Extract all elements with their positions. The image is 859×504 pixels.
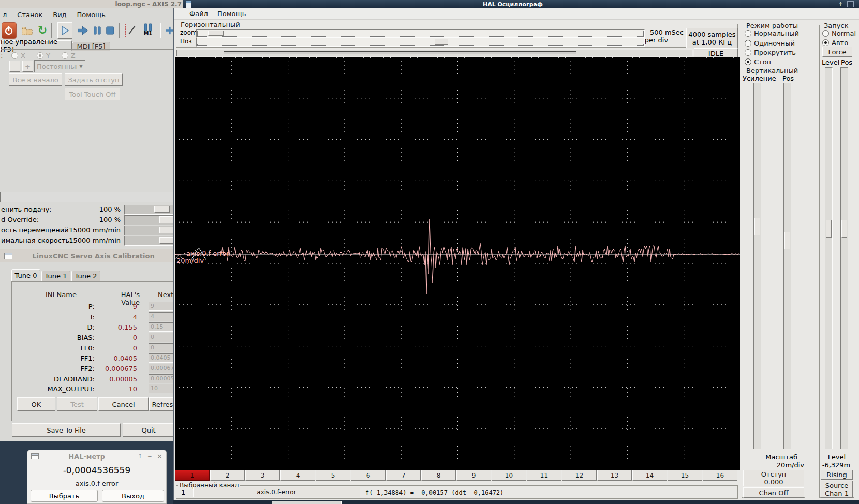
tab-tune-2[interactable]: Tune 2 (71, 271, 100, 281)
menu-item-л[interactable]: л (2, 10, 8, 20)
param-next-value-input[interactable]: 0 (149, 343, 174, 352)
channel-button-4[interactable]: 4 (280, 470, 315, 481)
channel-button-13[interactable]: 13 (597, 470, 632, 481)
run-icon[interactable] (57, 22, 72, 39)
open-file-icon[interactable] (21, 24, 34, 37)
reload-icon[interactable]: ↻ (38, 24, 47, 37)
axis-radio-Y[interactable]: Y (37, 52, 50, 60)
rollup-icon[interactable]: ↑ (834, 1, 847, 8)
tab-tune-1[interactable]: Tune 1 (41, 271, 70, 281)
step-icon[interactable] (77, 24, 88, 37)
zoom-slider-handle[interactable] (208, 31, 224, 36)
param-next-value-input[interactable]: 0 (149, 333, 174, 342)
stop-icon[interactable] (106, 25, 115, 36)
rising-button[interactable]: Rising (821, 470, 853, 480)
run-mode-Стоп[interactable]: Стоп (745, 58, 771, 66)
skip-line-icon[interactable] (125, 24, 137, 37)
vertical-pos-slider-handle[interactable] (784, 232, 790, 249)
channel-button-7[interactable]: 7 (386, 470, 421, 481)
window-icon[interactable] (31, 453, 39, 459)
trigger-mode-Авто[interactable]: Авто (822, 39, 848, 47)
window-icon[interactable] (186, 1, 191, 8)
trigger-level-slider-handle[interactable] (826, 220, 832, 238)
axis-titlebar[interactable]: loop.ngc - AXIS 2.7 (0, 0, 183, 8)
action-button-2[interactable]: Tool Touch Off (65, 88, 120, 100)
window-icon[interactable] (4, 253, 12, 259)
channel-button-11[interactable]: 11 (527, 470, 561, 481)
samples-button[interactable]: 4000 samples at 1,00 КГц (686, 28, 738, 48)
rollup-icon[interactable]: ↑ (135, 453, 145, 460)
channel-button-14[interactable]: 14 (632, 470, 667, 481)
axis-radio-X[interactable]: X (11, 52, 25, 60)
menu-item-Файл[interactable]: Файл (188, 9, 209, 19)
menu-item-Вид[interactable]: Вид (52, 10, 67, 20)
menu-item-Станок[interactable]: Станок (16, 10, 43, 20)
chan-off-button[interactable]: Chan Off (743, 487, 804, 498)
channel-button-10[interactable]: 10 (492, 470, 526, 481)
feed-slider-track[interactable] (124, 236, 174, 246)
trigger-pos-slider[interactable] (840, 67, 848, 449)
scope-screen[interactable]: axis.0.f-error 20m/div (175, 57, 740, 470)
channel-button-6[interactable]: 6 (351, 470, 386, 481)
pause-icon[interactable] (93, 25, 102, 36)
feed-slider-track[interactable] (124, 215, 174, 225)
channel-button-3[interactable]: 3 (245, 470, 280, 481)
gain-slider-handle[interactable] (754, 218, 760, 235)
channel-button-2[interactable]: 2 (210, 470, 245, 481)
power-icon[interactable] (2, 22, 17, 39)
jog-plus-button[interactable]: + (22, 61, 33, 72)
trigger-position-marker[interactable] (436, 46, 436, 57)
param-next-value-input[interactable]: 10 (149, 384, 174, 393)
jog-mode-dropdown[interactable]: Постоянный ▼ (34, 60, 85, 72)
vertical-pos-slider[interactable] (783, 83, 791, 449)
minimize-icon[interactable]: ‒ (145, 453, 154, 460)
calib-button-cancel[interactable]: Cancel (98, 397, 149, 411)
feed-slider-handle[interactable] (159, 227, 174, 233)
channel-button-16[interactable]: 16 (703, 470, 737, 481)
param-next-value-input[interactable]: 0.0405 (149, 353, 174, 363)
gain-slider[interactable] (753, 83, 761, 449)
close-icon[interactable]: ✕ (154, 453, 166, 461)
feed-slider-track[interactable] (124, 205, 174, 215)
halmeter-button-1[interactable]: Выход (102, 490, 164, 502)
channel-button-5[interactable]: 5 (316, 470, 350, 481)
channel-button-9[interactable]: 9 (456, 470, 491, 481)
pos-slider-track[interactable] (196, 38, 645, 47)
param-next-value-input[interactable]: 9 (149, 302, 174, 311)
run-mode-Прокрутить[interactable]: Прокрутить (745, 49, 796, 56)
panel-sash[interactable] (0, 192, 174, 202)
feed-slider-handle[interactable] (154, 206, 170, 213)
channel-button-8[interactable]: 8 (421, 470, 456, 481)
optional-stop-m1-icon[interactable]: M1 (141, 23, 155, 38)
feed-slider-handle[interactable] (159, 216, 174, 223)
trigger-mode-Normal[interactable]: Normal (822, 29, 856, 37)
halmeter-button-0[interactable]: Выбрать (31, 490, 98, 502)
calibration-titlebar[interactable]: LinuxCNC Servo Axis Calibration (0, 249, 174, 262)
selected-signal-button[interactable]: axis.0.f-error (193, 487, 360, 497)
axis-radio-Z[interactable]: Z (62, 52, 76, 60)
maximize-icon[interactable] (847, 1, 854, 7)
menu-item-Помощь[interactable]: Помощь (76, 10, 107, 20)
oscilloscope-titlebar[interactable]: HAL Осциллограф ↑ (183, 0, 859, 8)
calib-button-ok[interactable]: OK (17, 397, 55, 411)
run-mode-Нормальный[interactable]: Нормальный (745, 29, 799, 37)
jog-minus-button[interactable]: - (9, 61, 20, 72)
action-button-1[interactable]: Задать отступ (65, 73, 123, 86)
action-button-0[interactable]: Все в начало (9, 73, 62, 86)
param-next-value-input[interactable]: 0.000675 (149, 364, 174, 373)
force-button[interactable]: Force (822, 47, 852, 57)
calib-button-refresh[interactable]: Refresh (149, 397, 174, 411)
offset-button[interactable]: Отступ 0.000 (743, 470, 804, 486)
param-next-value-input[interactable]: 0.00005 (149, 374, 174, 383)
channel-button-12[interactable]: 12 (562, 470, 597, 481)
trigger-level-slider[interactable] (825, 67, 833, 449)
feed-slider-handle[interactable] (159, 237, 174, 244)
tab-tune-0[interactable]: Tune 0 (11, 269, 40, 281)
zoom-slider-track[interactable] (196, 29, 645, 38)
channel-button-1[interactable]: 1 (175, 470, 210, 481)
channel-button-15[interactable]: 15 (668, 470, 702, 481)
feed-slider-track[interactable] (124, 226, 174, 235)
trigger-pos-slider-handle[interactable] (841, 220, 847, 238)
pos-slider-handle[interactable] (435, 39, 448, 45)
param-next-value-input[interactable]: 4 (149, 312, 174, 321)
